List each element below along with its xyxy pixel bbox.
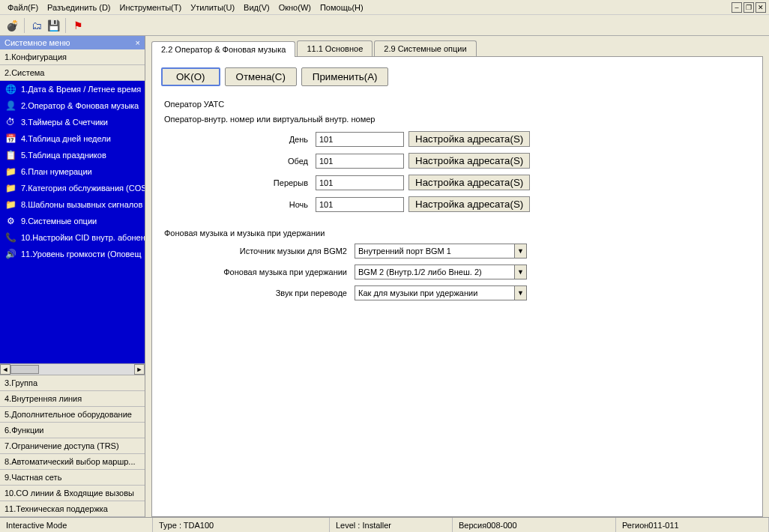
toolbar: 💣 🗂 💾 ⚑ xyxy=(0,15,769,36)
sidebar-node-co[interactable]: 10.CO линии & Входящие вызовы xyxy=(0,486,145,501)
tab-operator[interactable]: 2.2 Оператор & Фоновая музыка xyxy=(151,41,295,57)
sidebar-item-sysoptions[interactable]: ⚙9.Системные опции xyxy=(0,213,145,229)
maximize-icon[interactable]: ❐ xyxy=(744,2,754,13)
person-icon: 👤 xyxy=(4,100,16,112)
cancel-button[interactable]: Отмена(C) xyxy=(225,67,297,86)
row-night: Ночь Настройка адресата(S) xyxy=(161,196,753,212)
sidebar-item-volume[interactable]: 🔊11.Уровень громкости (Оповещ xyxy=(0,246,145,262)
select-bgm2-value[interactable] xyxy=(355,244,514,258)
main: Системное меню × 1.Конфигурация 2.Систем… xyxy=(0,36,769,517)
menu-view[interactable]: Вид(V) xyxy=(239,1,274,13)
select-bgm2[interactable]: ▼ xyxy=(355,244,527,259)
chevron-down-icon[interactable]: ▼ xyxy=(514,265,526,279)
tab-main[interactable]: 11.1 Основное xyxy=(297,40,373,56)
sidebar-item-operator[interactable]: 👤2.Оператор & Фоновая музыка xyxy=(0,97,145,114)
sidebar-empty xyxy=(0,262,145,363)
sidebar-item-weektable[interactable]: 📅4.Таблица дней недели xyxy=(0,130,145,147)
select-hold[interactable]: ▼ xyxy=(355,265,527,279)
sidebar-node-group[interactable]: 3.Группа xyxy=(0,375,145,391)
row-break: Перерыв Настройка адресата(S) xyxy=(161,175,753,190)
label-night: Ночь xyxy=(161,200,311,209)
menu-file[interactable]: Файл(F) xyxy=(3,1,43,13)
select-transfer[interactable]: ▼ xyxy=(355,285,527,300)
sidebar-close-icon[interactable]: × xyxy=(136,38,140,47)
scroll-thumb[interactable] xyxy=(10,365,39,374)
sidebar-item-datetime[interactable]: 🌐1.Дата & Время / Летнее время xyxy=(0,81,145,97)
phone-icon: 📞 xyxy=(4,232,16,244)
folder-icon: 📁 xyxy=(4,199,16,211)
close-icon[interactable]: ✕ xyxy=(756,2,766,13)
group2-title: Фоновая музыка и музыка при удержании xyxy=(164,229,753,238)
sidebar-item-timers[interactable]: ⏱3.Таймеры & Счетчики xyxy=(0,114,145,130)
row-transfer: Звук при переводе ▼ xyxy=(161,285,753,300)
chevron-down-icon[interactable]: ▼ xyxy=(514,286,526,300)
scroll-right-icon[interactable]: ► xyxy=(134,364,145,375)
save-disk-icon[interactable]: 💾 xyxy=(46,18,61,33)
folder-icon: 📁 xyxy=(4,182,16,194)
input-night[interactable] xyxy=(316,197,404,212)
flag-icon[interactable]: ⚑ xyxy=(70,18,85,33)
grenade-icon[interactable]: 💣 xyxy=(4,18,19,33)
group1-subtitle: Оператор-внутр. номер или виртуальный вн… xyxy=(164,115,753,124)
sidebar-node-support[interactable]: 11.Техническая поддержка xyxy=(0,501,145,517)
row-bgm2: Источник музыки для BGM2 ▼ xyxy=(161,244,753,259)
sidebar-item-holidays[interactable]: 📋5.Таблица праздников xyxy=(0,147,145,163)
menu-utilities[interactable]: Утилиты(U) xyxy=(186,1,239,13)
label-break: Перерыв xyxy=(161,178,311,187)
minimize-icon[interactable]: – xyxy=(732,2,742,13)
button-row: OK(O) Отмена(C) Применить(A) xyxy=(161,67,753,86)
dest-button-night[interactable]: Настройка адресата(S) xyxy=(408,196,530,212)
folder-icon: 📁 xyxy=(4,166,16,178)
sidebar-item-ring[interactable]: 📁8.Шаблоны вызывных сигналов xyxy=(0,196,145,213)
dest-button-break[interactable]: Настройка адресата(S) xyxy=(408,175,530,190)
select-hold-value[interactable] xyxy=(355,265,514,279)
row-lunch: Обед Настройка адресата(S) xyxy=(161,153,753,169)
label-hold: Фоновая музыка при удержании xyxy=(161,267,350,276)
sidebar-node-config[interactable]: 1.Конфигурация xyxy=(0,49,145,65)
statusbar: Interactive Mode Type : TDA100 Level : I… xyxy=(0,517,769,532)
apply-button[interactable]: Применить(A) xyxy=(301,67,389,86)
row-day: День Настройка адресата(S) xyxy=(161,131,753,147)
sidebar-node-system[interactable]: 2.Система xyxy=(0,65,145,81)
tab-sysoptions[interactable]: 2.9 Системные опции xyxy=(374,40,476,56)
sidebar-hscroll[interactable]: ◄ ► xyxy=(0,363,145,375)
input-lunch[interactable] xyxy=(316,154,404,169)
sidebar-sub: 🌐1.Дата & Время / Летнее время 👤2.Операт… xyxy=(0,81,145,262)
sidebar-node-private[interactable]: 9.Частная сеть xyxy=(0,470,145,486)
chevron-down-icon[interactable]: ▼ xyxy=(514,244,526,258)
group1-title: Оператор УАТС xyxy=(164,100,753,109)
sidebar-item-cid[interactable]: 📞10.Настройки CID внутр. абонен xyxy=(0,229,145,246)
input-day[interactable] xyxy=(316,132,404,147)
sidebar-item-numbering[interactable]: 📁6.План нумерации xyxy=(0,163,145,180)
input-break[interactable] xyxy=(316,175,404,190)
row-hold: Фоновая музыка при удержании ▼ xyxy=(161,265,753,279)
menu-disconnect[interactable]: Разъединить (D) xyxy=(43,1,115,13)
sidebar-title: Системное меню xyxy=(4,38,70,47)
dest-button-lunch[interactable]: Настройка адресата(S) xyxy=(408,153,530,169)
sidebar-node-trs[interactable]: 7.Ограничение доступа (TRS) xyxy=(0,438,145,454)
status-level: Level : Installer xyxy=(330,518,453,532)
label-day: День xyxy=(161,135,311,144)
dest-button-day[interactable]: Настройка адресата(S) xyxy=(408,131,530,147)
card-icon[interactable]: 🗂 xyxy=(29,18,44,33)
ok-button[interactable]: OK(O) xyxy=(161,67,220,86)
menu-help[interactable]: Помощь(H) xyxy=(316,1,368,13)
sidebar-node-functions[interactable]: 6.Функции xyxy=(0,423,145,438)
menu-window[interactable]: Окно(W) xyxy=(274,1,316,13)
calendar-icon: 📅 xyxy=(4,133,16,145)
sidebar-node-equipment[interactable]: 5.Дополнительное оборудование xyxy=(0,407,145,423)
menubar: Файл(F) Разъединить (D) Инструменты(T) У… xyxy=(0,0,769,15)
label-bgm2: Источник музыки для BGM2 xyxy=(161,247,350,256)
menu-tools[interactable]: Инструменты(T) xyxy=(115,1,187,13)
note-icon: 📋 xyxy=(4,149,16,161)
sidebar-item-cos[interactable]: 📁7.Категория обслуживания (COS xyxy=(0,180,145,196)
status-type: Type : TDA100 xyxy=(153,518,330,532)
tab-content: OK(O) Отмена(C) Применить(A) Оператор УА… xyxy=(151,56,763,517)
scroll-left-icon[interactable]: ◄ xyxy=(0,364,10,375)
sidebar-node-ars[interactable]: 8.Автоматический выбор маршр... xyxy=(0,454,145,470)
label-lunch: Обед xyxy=(161,157,311,166)
globe-icon: 🌐 xyxy=(4,83,16,95)
select-transfer-value[interactable] xyxy=(355,286,514,300)
scroll-track[interactable] xyxy=(10,364,134,375)
sidebar-node-extension[interactable]: 4.Внутренняя линия xyxy=(0,391,145,407)
